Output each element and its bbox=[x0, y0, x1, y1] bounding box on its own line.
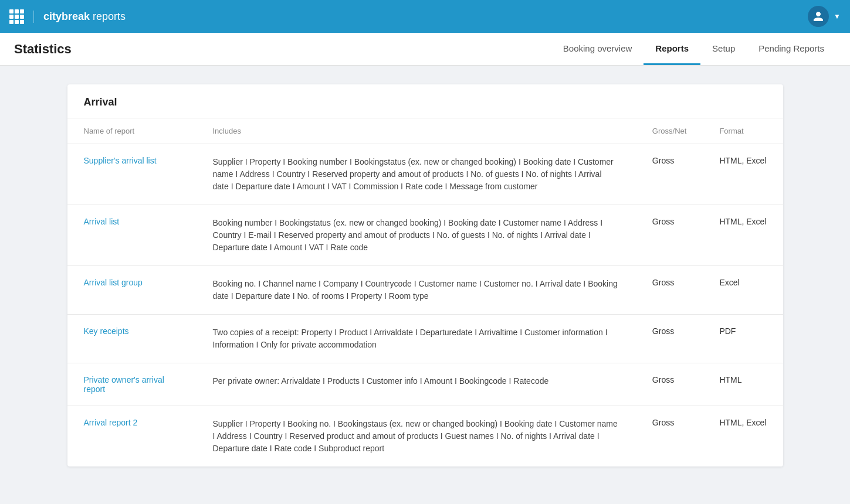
nav-item-setup[interactable]: Setup bbox=[700, 33, 747, 65]
table-row: Private owner's arrival reportPer privat… bbox=[67, 363, 783, 406]
nav-item-reports[interactable]: Reports bbox=[644, 33, 700, 65]
report-name-private-owners-arrival-report[interactable]: Private owner's arrival report bbox=[67, 363, 197, 406]
report-format-suppliers-arrival-list: HTML, Excel bbox=[703, 144, 783, 205]
report-format-key-receipts: PDF bbox=[703, 315, 783, 363]
report-gross-net-key-receipts: Gross bbox=[636, 315, 703, 363]
report-gross-net-arrival-list: Gross bbox=[636, 205, 703, 266]
report-gross-net-arrival-list-group: Gross bbox=[636, 266, 703, 315]
user-avatar[interactable] bbox=[808, 6, 829, 27]
report-format-arrival-list-group: Excel bbox=[703, 266, 783, 315]
table-row: Arrival listBooking number I Bookingstat… bbox=[67, 205, 783, 266]
report-name-arrival-list-group[interactable]: Arrival list group bbox=[67, 266, 197, 315]
report-gross-net-private-owners-arrival-report: Gross bbox=[636, 363, 703, 406]
report-format-arrival-list: HTML, Excel bbox=[703, 205, 783, 266]
report-gross-net-arrival-report-2: Gross bbox=[636, 406, 703, 467]
col-header-format: Format bbox=[703, 118, 783, 144]
table-row: Arrival list groupBooking no. I Channel … bbox=[67, 266, 783, 315]
report-format-arrival-report-2: HTML, Excel bbox=[703, 406, 783, 467]
nav-item-booking-overview[interactable]: Booking overview bbox=[551, 33, 644, 65]
report-includes-arrival-report-2: Supplier I Property I Booking no. I Book… bbox=[197, 406, 636, 467]
user-menu-chevron-icon[interactable]: ▼ bbox=[834, 12, 841, 21]
secondary-nav: Statistics Booking overview Reports Setu… bbox=[0, 33, 850, 66]
report-name-key-receipts[interactable]: Key receipts bbox=[67, 315, 197, 363]
report-name-arrival-list[interactable]: Arrival list bbox=[67, 205, 197, 266]
col-header-gross-net: Gross/Net bbox=[636, 118, 703, 144]
table-row: Arrival report 2Supplier I Property I Bo… bbox=[67, 406, 783, 467]
reports-card: Arrival Name of report Includes Gross/Ne… bbox=[67, 84, 783, 466]
table-row: Supplier's arrival listSupplier I Proper… bbox=[67, 144, 783, 205]
brand-logo: citybreak reports bbox=[33, 11, 126, 23]
report-gross-net-suppliers-arrival-list: Gross bbox=[636, 144, 703, 205]
app-grid-icon[interactable] bbox=[9, 9, 24, 24]
report-name-suppliers-arrival-list[interactable]: Supplier's arrival list bbox=[67, 144, 197, 205]
topbar-left: citybreak reports bbox=[9, 9, 126, 24]
col-header-includes: Includes bbox=[197, 118, 636, 144]
report-format-private-owners-arrival-report: HTML bbox=[703, 363, 783, 406]
main-content: Arrival Name of report Includes Gross/Ne… bbox=[0, 66, 850, 485]
nav-item-pending-reports[interactable]: Pending Reports bbox=[747, 33, 836, 65]
report-includes-key-receipts: Two copies of a receipt: Property I Prod… bbox=[197, 315, 636, 363]
report-includes-arrival-list: Booking number I Bookingstatus (ex. new … bbox=[197, 205, 636, 266]
report-includes-suppliers-arrival-list: Supplier I Property I Booking number I B… bbox=[197, 144, 636, 205]
table-row: Key receiptsTwo copies of a receipt: Pro… bbox=[67, 315, 783, 363]
report-includes-private-owners-arrival-report: Per private owner: Arrivaldate I Product… bbox=[197, 363, 636, 406]
section-title: Arrival bbox=[67, 84, 783, 118]
report-includes-arrival-list-group: Booking no. I Channel name I Company I C… bbox=[197, 266, 636, 315]
reports-table: Name of report Includes Gross/Net Format… bbox=[67, 118, 783, 466]
secondnav-left: Statistics bbox=[14, 33, 551, 65]
table-header-row: Name of report Includes Gross/Net Format bbox=[67, 118, 783, 144]
secondnav-right: Booking overview Reports Setup Pending R… bbox=[551, 33, 836, 65]
report-name-arrival-report-2[interactable]: Arrival report 2 bbox=[67, 406, 197, 467]
col-header-name: Name of report bbox=[67, 118, 197, 144]
topbar-right: ▼ bbox=[808, 6, 841, 27]
page-title: Statistics bbox=[14, 42, 72, 57]
topbar: citybreak reports ▼ bbox=[0, 0, 850, 33]
